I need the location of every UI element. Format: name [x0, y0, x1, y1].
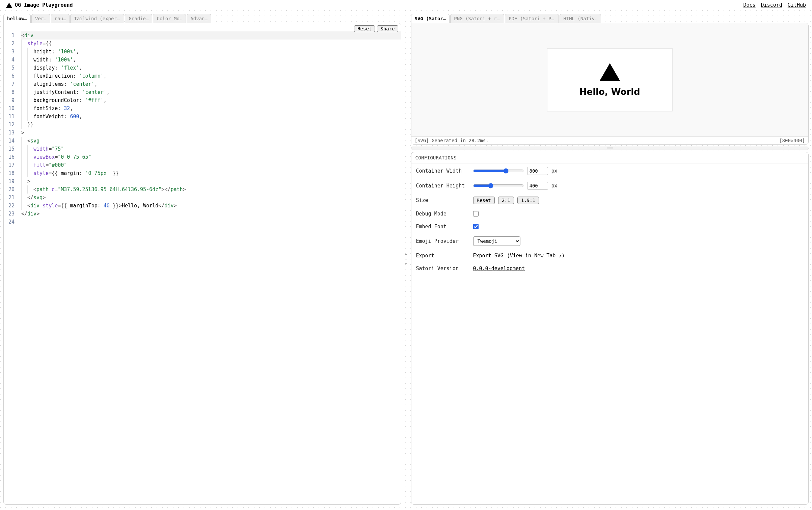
editor-panel: hellow… Ver… rau… Tailwind (experim… Gra… [3, 14, 401, 505]
width-input[interactable] [527, 167, 548, 175]
app-title: OG Image Playground [15, 2, 73, 8]
unit-label: px [551, 168, 558, 174]
preview-text: Hello, World [579, 87, 640, 97]
output-tabs: SVG (Sator… PNG (Satori + resvg-j… PDF (… [411, 14, 809, 23]
code-line[interactable]: }} [21, 121, 401, 129]
code-line[interactable]: > [21, 129, 401, 137]
config-row-version: Satori Version 0.0.0-development [416, 265, 804, 272]
editor-tabs: hellow… Ver… rau… Tailwind (experim… Gra… [3, 14, 401, 23]
code-line[interactable]: fontSize: 32, [21, 104, 401, 112]
config-row-embed: Embed Font [416, 224, 804, 230]
share-button[interactable]: Share [377, 25, 398, 32]
editor-tab[interactable]: Color Mo… [153, 14, 186, 23]
editor-tab[interactable]: hellow… [3, 14, 31, 23]
output-tab[interactable]: SVG (Sator… [411, 14, 450, 23]
config-row-height: Container Height px [416, 182, 804, 190]
width-slider[interactable] [473, 168, 524, 174]
config-label: Satori Version [416, 265, 468, 272]
editor-tab[interactable]: Gradie… [125, 14, 152, 23]
code-line[interactable]: <svg [21, 137, 401, 145]
editor-card: Reset Share 1234567891011121314151617181… [3, 23, 401, 505]
config-row-export: Export Export SVG (View in New Tab ↗) [416, 253, 804, 259]
editor-tab[interactable]: Advan… [187, 14, 211, 23]
horizontal-resizer[interactable] [411, 147, 809, 150]
config-label: Container Width [416, 168, 468, 174]
code-line[interactable]: <div style={{ marginTop: 40 }}>Hello, Wo… [21, 202, 401, 210]
code-editor[interactable]: 123456789101112131415161718192021222324 … [4, 23, 401, 504]
emoji-select[interactable]: Twemoji [473, 236, 520, 246]
unit-label: px [551, 183, 558, 189]
editor-tab[interactable]: Ver… [31, 14, 50, 23]
triangle-icon [600, 63, 620, 81]
status-dimensions: [800×400] [779, 138, 805, 143]
config-card: CONFIGURATIONS Container Width px Contai… [411, 152, 809, 505]
size-ratio-button[interactable]: 1.9:1 [517, 197, 539, 204]
config-row-emoji: Emoji Provider Twemoji [416, 236, 804, 246]
code-line[interactable]: flexDirection: 'column', [21, 72, 401, 80]
preview-status-bar: [SVG] Generated in 28.2ms. [800×400] [411, 136, 809, 144]
config-header: CONFIGURATIONS [411, 152, 809, 163]
code-line[interactable]: fill="#000" [21, 161, 401, 169]
config-label: Embed Font [416, 224, 468, 230]
code-line[interactable]: <div [21, 31, 401, 40]
nav-github-link[interactable]: GitHub [788, 2, 806, 8]
code-line[interactable]: </svg> [21, 194, 401, 202]
main-split: hellow… Ver… rau… Tailwind (experim… Gra… [0, 10, 812, 508]
debug-checkbox[interactable] [473, 211, 479, 216]
header-left: OG Image Playground [6, 2, 73, 8]
embed-checkbox[interactable] [473, 224, 479, 229]
config-row-debug: Debug Mode [416, 211, 804, 217]
nav-discord-link[interactable]: Discord [761, 2, 782, 8]
config-label: Size [416, 197, 468, 203]
output-tab[interactable]: PNG (Satori + resvg-j… [450, 14, 504, 23]
code-line[interactable]: viewBox="0 0 75 65" [21, 153, 401, 161]
height-input[interactable] [527, 182, 548, 190]
header: OG Image Playground Docs Discord GitHub [0, 0, 812, 10]
code-line[interactable]: width="75" [21, 145, 401, 153]
code-line[interactable]: > [21, 177, 401, 185]
output-tab[interactable]: HTML (Nativ… [560, 14, 601, 23]
editor-tab[interactable]: rau… [51, 14, 70, 23]
config-row-width: Container Width px [416, 167, 804, 175]
editor-actions: Reset Share [354, 25, 398, 32]
code-line[interactable]: style={{ [21, 40, 401, 48]
code-line[interactable]: </div> [21, 210, 401, 218]
code-line[interactable]: display: 'flex', [21, 64, 401, 72]
export-svg-link[interactable]: Export SVG [473, 253, 504, 259]
vertical-resizer[interactable] [405, 14, 407, 505]
config-label: Emoji Provider [416, 238, 468, 244]
config-row-size: Size Reset 2:1 1.9:1 [416, 197, 804, 204]
size-reset-button[interactable]: Reset [473, 197, 495, 204]
nav-docs-link[interactable]: Docs [743, 2, 755, 8]
config-label: Export [416, 253, 468, 259]
code-line[interactable]: style={{ margin: '0 75px' }} [21, 169, 401, 177]
code-line[interactable]: backgroundColor: '#fff', [21, 96, 401, 104]
height-slider[interactable] [473, 183, 524, 188]
editor-tab[interactable]: Tailwind (experim… [70, 14, 124, 23]
code-body[interactable]: <div style={{ height: '100%', width: '10… [21, 31, 401, 504]
reset-button[interactable]: Reset [354, 25, 375, 32]
code-line[interactable]: <path d="M37.59.25l36.95 64H.64l36.95-64… [21, 185, 401, 194]
view-new-tab-link[interactable]: (View in New Tab ↗) [507, 253, 565, 259]
code-line[interactable]: height: '100%', [21, 48, 401, 56]
header-nav: Docs Discord GitHub [743, 2, 806, 8]
preview-area: Hello, World [411, 23, 809, 136]
output-tab[interactable]: PDF (Satori + PDFKi… [505, 14, 559, 23]
config-label: Debug Mode [416, 211, 468, 217]
status-generated: [SVG] Generated in 28.2ms. [415, 138, 489, 143]
line-gutter: 123456789101112131415161718192021222324 [4, 31, 21, 504]
output-panel: SVG (Sator… PNG (Satori + resvg-j… PDF (… [411, 14, 809, 505]
size-ratio-button[interactable]: 2:1 [498, 197, 514, 204]
code-line[interactable]: fontWeight: 600, [21, 112, 401, 121]
code-line[interactable]: width: '100%', [21, 56, 401, 64]
version-link[interactable]: 0.0.0-development [473, 265, 525, 272]
config-label: Container Height [416, 183, 468, 189]
preview-canvas: Hello, World [547, 49, 672, 111]
code-line[interactable]: justifyContent: 'center', [21, 88, 401, 96]
preview-card: Hello, World [SVG] Generated in 28.2ms. … [411, 23, 809, 145]
code-line[interactable] [21, 218, 401, 226]
vercel-logo-icon [6, 3, 12, 8]
code-line[interactable]: alignItems: 'center', [21, 80, 401, 88]
config-body: Container Width px Container Height px [411, 163, 809, 275]
